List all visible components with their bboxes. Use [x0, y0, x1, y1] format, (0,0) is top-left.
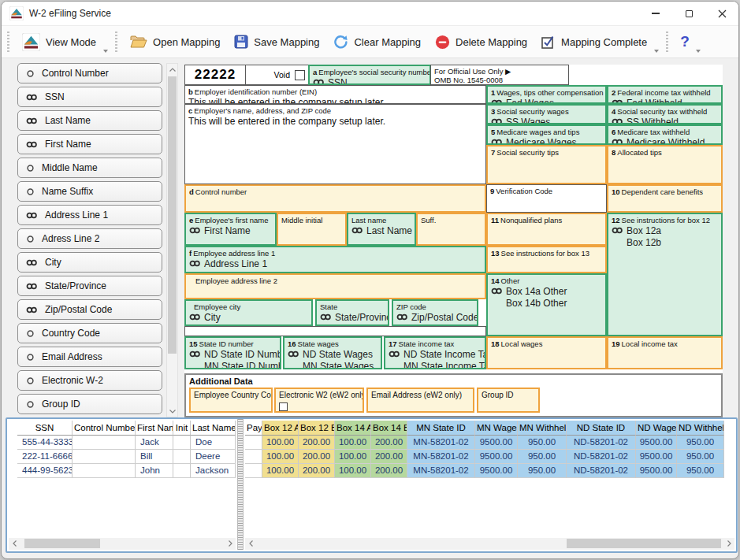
box-state[interactable]: State State/Province [315, 299, 389, 326]
scroll-left-icon[interactable] [9, 538, 20, 549]
sidebar-item-middle-name[interactable]: Middle Name [17, 158, 162, 178]
scroll-left-icon[interactable] [245, 538, 256, 549]
box-7-ss-tips[interactable]: 7Social security tips [486, 145, 607, 184]
table-cell[interactable]: 100.00 [335, 436, 371, 450]
box-16-state-wages[interactable]: 16State wages ND State Wages MN State Wa… [283, 336, 382, 369]
box-a-ssn[interactable]: aEmployee's social security number SSN [308, 65, 431, 85]
box-11-nonqualified-plans[interactable]: 11Nonqualified plans [486, 213, 607, 246]
table-cell[interactable] [173, 450, 191, 464]
column-header-box-14-b[interactable]: Box 14 B [371, 421, 407, 436]
box-2-fed-withheld[interactable]: 2Federal income tax withheld Fed Withhel… [607, 85, 723, 104]
box-f-address-line1[interactable]: fEmployee address line 1 Address Line 1 [184, 246, 486, 273]
table-cell[interactable]: 200.00 [371, 464, 407, 478]
table-cell[interactable]: 222-11-6666 [17, 450, 73, 464]
maximize-button[interactable] [672, 2, 705, 25]
table-cell[interactable]: 9500.00 [475, 450, 518, 464]
table-row[interactable]: 222-11-6666BillDeere [17, 450, 236, 464]
table-cell[interactable] [173, 436, 191, 450]
table-row[interactable]: 100.00200.00100.00200.00MN-58201-029500.… [245, 464, 724, 478]
column-header-mn-withheld[interactable]: MN Withheld [518, 421, 567, 436]
table-cell[interactable]: Jack [136, 436, 173, 450]
table-cell[interactable] [173, 464, 191, 478]
open-mapping-button[interactable]: Open Mapping [123, 32, 227, 52]
table-cell[interactable]: 555-44-3333 [17, 436, 73, 450]
box-5-medicare-wages[interactable]: 5Medicare wages and tips Medicare Wages [486, 124, 607, 145]
box-employee-city[interactable]: Employee city City [184, 299, 313, 326]
box-c-employer[interactable]: cEmployer's name, address, and ZIP code … [184, 104, 486, 184]
table-cell[interactable]: 950.00 [677, 450, 724, 464]
table-row[interactable]: 444-99-5623JohnJackson [17, 464, 236, 478]
column-header-last-name[interactable]: Last Name [191, 421, 236, 436]
table-cell[interactable]: 200.00 [371, 436, 407, 450]
table-cell[interactable]: ND-58201-02 [567, 436, 636, 450]
box-electronic-w2[interactable]: Electronic W2 (eW2 only) [274, 388, 364, 413]
table-cell[interactable]: 100.00 [262, 450, 299, 464]
table-cell[interactable]: ND-58201-02 [567, 450, 636, 464]
table-cell[interactable] [73, 464, 136, 478]
column-header-pay[interactable]: Pay [245, 421, 262, 436]
sidebar-item-first-name[interactable]: First Name [17, 134, 162, 154]
table-cell[interactable] [245, 436, 262, 450]
scroll-up-icon[interactable] [167, 64, 177, 75]
mapping-complete-button[interactable]: Mapping Complete [534, 32, 654, 52]
box-suffix[interactable]: Suff. [416, 213, 486, 246]
box-9-verification-code[interactable]: 9Verification Code [486, 184, 607, 213]
table-cell[interactable]: 200.00 [299, 464, 335, 478]
table-cell[interactable]: ND-58201-02 [567, 464, 636, 478]
table-cell[interactable]: Jackson [191, 464, 236, 478]
box-e-first-name[interactable]: eEmployee's first name First Name [184, 213, 277, 246]
column-header-box-12-b[interactable]: Box 12 B [299, 421, 335, 436]
table-cell[interactable] [73, 450, 136, 464]
box-14-other[interactable]: 14Other Box 14a Other Box 14b Other [486, 273, 607, 336]
left-table-hscrollbar[interactable] [9, 538, 236, 550]
toolbar-overflow-icon[interactable] [696, 50, 701, 53]
table-cell[interactable]: 200.00 [371, 450, 407, 464]
table-cell[interactable]: 9500.00 [636, 436, 677, 450]
box-4-ss-withheld[interactable]: 4Social security tax withheld SS Withhel… [607, 104, 723, 124]
sidebar-item-control-number[interactable]: Control Number [17, 63, 162, 83]
table-cell[interactable]: 950.00 [518, 436, 567, 450]
box-17-state-income-tax[interactable]: 17State income tax ND State Income Tax M… [384, 336, 486, 369]
table-cell[interactable]: 200.00 [299, 436, 335, 450]
box-19-local-income-tax[interactable]: 19Local income tax [607, 336, 723, 369]
box-employee-country-code[interactable]: Employee Country Code [189, 388, 273, 413]
box-10-dependent-care[interactable]: 10Dependent care benefits [607, 184, 723, 213]
help-button[interactable]: ? [674, 33, 696, 50]
column-header-box-14-a[interactable]: Box 14 A [335, 421, 371, 436]
box-8-allocated-tips[interactable]: 8Allocated tips [607, 145, 723, 184]
scroll-down-icon[interactable] [167, 406, 177, 417]
table-row[interactable]: 100.00200.00100.00200.00MN-58201-029500.… [245, 450, 724, 464]
box-address-line2[interactable]: Employee address line 2 [184, 273, 486, 299]
column-header-ssn[interactable]: SSN [17, 421, 73, 436]
box-b-ein[interactable]: bEmployer identification number (EIN) Th… [184, 85, 486, 104]
toolbar-overflow-icon[interactable] [654, 50, 659, 53]
minimize-button[interactable] [639, 2, 672, 25]
box-last-name[interactable]: Last name Last Name [347, 213, 416, 246]
view-mode-button[interactable]: View Mode [15, 30, 103, 54]
table-cell[interactable]: 9500.00 [636, 450, 677, 464]
column-header-mn-wages[interactable]: MN Wages [475, 421, 518, 436]
right-table-hscrollbar[interactable] [245, 538, 734, 550]
box-zip-code[interactable]: ZIP code Zip/Postal Code [392, 299, 478, 326]
scroll-right-icon[interactable] [225, 538, 236, 549]
table-cell[interactable] [245, 450, 262, 464]
toolbar-grip[interactable] [666, 32, 668, 52]
table-row[interactable]: 100.00200.00100.00200.00MN-58201-029500.… [245, 436, 724, 450]
scroll-right-icon[interactable] [723, 538, 734, 549]
column-header-nd-withheld[interactable]: ND Withheld [677, 421, 724, 436]
electronic-w2-checkbox[interactable] [279, 402, 288, 411]
table-cell[interactable] [245, 464, 262, 478]
sidebar-item-group-id[interactable]: Group ID [17, 394, 162, 414]
save-mapping-button[interactable]: Save Mapping [227, 32, 326, 52]
toolbar-grip[interactable] [115, 32, 117, 52]
table-cell[interactable]: 950.00 [677, 464, 724, 478]
sidebar-item-name-suffix[interactable]: Name Suffix [17, 181, 162, 202]
column-header-box-12-a[interactable]: Box 12 A [262, 421, 299, 436]
box-3-ss-wages[interactable]: 3Social security wages SS Wages [486, 104, 607, 124]
sidebar-item-address-line-1[interactable]: Address Line 1 [17, 205, 162, 225]
scrollbar-thumb[interactable] [24, 539, 100, 548]
sidebar-item-email-address[interactable]: Email Address [17, 347, 162, 367]
scrollbar-thumb[interactable] [168, 76, 177, 354]
table-cell[interactable]: 950.00 [518, 450, 567, 464]
box-middle-initial[interactable]: Middle initial [277, 213, 347, 246]
